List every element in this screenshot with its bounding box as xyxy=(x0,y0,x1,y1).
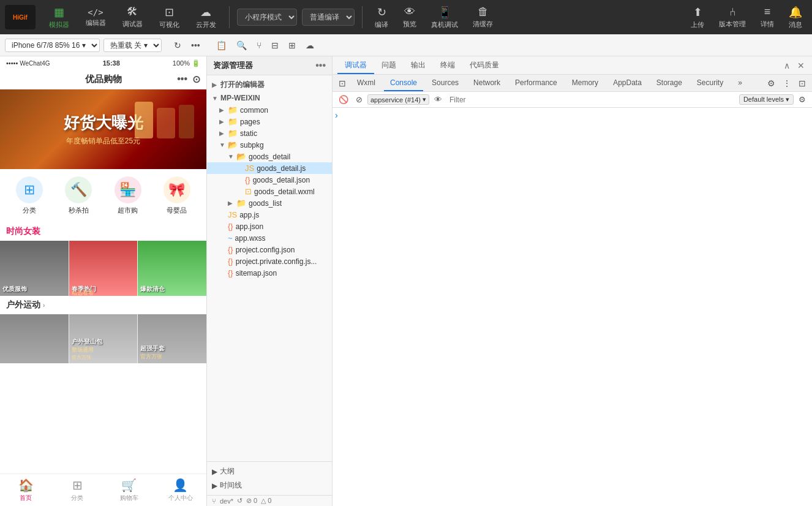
tab-debugger[interactable]: 调试器 xyxy=(337,58,374,74)
compile-button[interactable]: ↻ 编译 xyxy=(370,3,393,32)
file-goods-detail-wxml[interactable]: ⊡ goods_detail.wxml xyxy=(207,186,332,197)
outdoor-item-2[interactable]: 户外登山包 整场通用 官方万张 xyxy=(69,314,138,363)
mode-select[interactable]: 小程序模式 xyxy=(237,9,297,26)
file-project-private[interactable]: {} project.private.config.js... xyxy=(207,255,332,267)
kebab-menu-icon[interactable]: ⋮ xyxy=(780,78,794,88)
file-app-json[interactable]: {} app.json xyxy=(207,221,332,232)
clear-console-icon[interactable]: 🚫 xyxy=(336,94,351,105)
file-project-config[interactable]: {} project.config.json xyxy=(207,244,332,255)
eye-icon[interactable]: 👁 xyxy=(432,94,445,105)
console-prompt[interactable]: › xyxy=(335,110,338,120)
upload-button[interactable]: ⬆ 上传 xyxy=(686,3,709,32)
phone-icon-baby[interactable]: 🎀 母婴品 xyxy=(152,176,201,215)
compile-select[interactable]: 普通编译 xyxy=(302,9,355,26)
search-button[interactable]: 🔍 xyxy=(233,39,250,52)
folder-subpkg[interactable]: ▼ 📂 subpkg xyxy=(207,139,332,151)
nav-cart[interactable]: 🛒 购物车 xyxy=(103,478,155,502)
phone-icon-flash[interactable]: 🔨 秒杀拍 xyxy=(54,176,103,215)
debugger-button[interactable]: 🛠 调试器 xyxy=(116,3,148,31)
folder-pages[interactable]: ▶ 📁 pages xyxy=(207,116,332,127)
app-json-icon: {} xyxy=(228,222,233,231)
split-button[interactable]: ⊟ xyxy=(268,39,282,52)
folder-static[interactable]: ▶ 📁 static xyxy=(207,127,332,139)
nav-home[interactable]: 🏠 首页 xyxy=(0,478,51,502)
timeline-btn[interactable]: ▶ 时间线 xyxy=(212,478,327,493)
file-app-wxss[interactable]: ~ app.wxss xyxy=(207,232,332,244)
undock-icon[interactable]: ⊡ xyxy=(796,78,808,88)
refresh-button[interactable]: ↻ xyxy=(170,39,185,52)
editor-button[interactable]: </> 编辑器 xyxy=(80,5,111,30)
file-sitemap[interactable]: {} sitemap.json xyxy=(207,267,332,279)
version-button[interactable]: ⑃ 版本管理 xyxy=(714,3,751,31)
level-selector[interactable]: Default levels ▾ xyxy=(739,94,794,105)
home-icon[interactable]: ⊙ xyxy=(192,74,200,85)
file-tree-more-icon[interactable]: ••• xyxy=(315,60,326,71)
chevron-up-icon[interactable]: ∧ xyxy=(781,59,792,72)
tab-code-quality[interactable]: 代码质量 xyxy=(462,58,506,74)
fashion-item-3[interactable]: 爆款清仓 xyxy=(138,241,206,296)
phone-icon-market[interactable]: 🏪 超市购 xyxy=(103,176,152,215)
visualize-button[interactable]: ⊡ 可视化 xyxy=(153,3,185,32)
git-button[interactable]: ⑂ xyxy=(253,39,265,52)
subtab-console[interactable]: Console xyxy=(384,75,423,91)
terminal-tab-label: 终端 xyxy=(440,61,455,69)
storage-subtab-label: Storage xyxy=(656,78,682,87)
subtab-storage[interactable]: Storage xyxy=(650,75,688,91)
devtools-panel: 调试器 问题 输出 终端 代码质量 ∧ ✕ ⊡ Wxml xyxy=(333,56,812,506)
subtab-sources[interactable]: Sources xyxy=(426,75,465,91)
product-2 xyxy=(157,108,175,138)
phone-icon-category[interactable]: ⊞ 分类 xyxy=(5,176,54,215)
nav-category[interactable]: ⊞ 分类 xyxy=(51,478,103,502)
more-options-button[interactable]: ••• xyxy=(187,39,204,52)
file-goods-detail-json[interactable]: {} goods_detail.json xyxy=(207,174,332,186)
filter-input[interactable] xyxy=(447,94,737,105)
hot-reload-select[interactable]: 热重载 关 ▾ xyxy=(103,39,162,52)
stop-icon[interactable]: ⊘ xyxy=(353,94,365,105)
files-button[interactable]: 📋 xyxy=(212,39,230,52)
category-icon: ⊞ xyxy=(24,182,35,198)
folder-goods-list[interactable]: ▶ 📁 goods_list xyxy=(207,197,332,209)
close-devtools-icon[interactable]: ✕ xyxy=(795,59,807,72)
subtab-wxml[interactable]: Wxml xyxy=(351,75,382,91)
detail-button[interactable]: ≡ 详情 xyxy=(756,3,779,31)
outline-label: 大纲 xyxy=(220,466,235,477)
subtab-more[interactable]: » xyxy=(732,75,748,91)
tab-issues[interactable]: 问题 xyxy=(374,58,404,74)
settings-icon[interactable]: ⚙ xyxy=(765,78,778,88)
subtab-security[interactable]: Security xyxy=(691,75,729,91)
file-app-js[interactable]: JS app.js xyxy=(207,209,332,221)
tab-output[interactable]: 输出 xyxy=(404,58,433,74)
fashion-item-2[interactable]: 春季热门 精选看看 xyxy=(69,241,138,296)
mp-weixin-header[interactable]: ▼ MP-WEIXIN xyxy=(207,92,332,104)
context-selector[interactable]: appservice (#14) ▾ xyxy=(367,94,429,105)
subtab-memory[interactable]: Memory xyxy=(566,75,604,91)
notification-button[interactable]: 🔔 消息 xyxy=(784,3,807,32)
file-goods-detail-js[interactable]: JS goods_detail.js xyxy=(207,162,332,174)
subtab-performance[interactable]: Performance xyxy=(509,75,563,91)
share-icon[interactable]: ••• xyxy=(177,74,187,85)
outline-btn[interactable]: ▶ 大纲 xyxy=(212,464,327,478)
device-select[interactable]: iPhone 6/7/8 85% 16 ▾ xyxy=(5,39,100,52)
settings-console-icon[interactable]: ⚙ xyxy=(796,94,808,105)
subtab-appdata[interactable]: AppData xyxy=(607,75,648,91)
fashion-item-1[interactable]: 优质服饰 xyxy=(0,241,69,296)
folder-common[interactable]: ▶ 📁 common xyxy=(207,104,332,116)
preview-button[interactable]: 👁 预览 xyxy=(398,3,421,31)
folder-goods-detail[interactable]: ▼ 📂 goods_detail xyxy=(207,151,332,162)
outdoor-item-3[interactable]: 超强手套 官方万张 xyxy=(138,314,206,363)
bottom-status: ⑂ dev* ↺ ⊘ 0 △ 0 xyxy=(207,495,332,506)
real-debug-button[interactable]: 📱 真机调试 xyxy=(426,3,463,32)
outdoor-grid: 户外登山包 整场通用 官方万张 超强手套 官方万张 xyxy=(0,314,206,363)
simulator-button[interactable]: ▦ 模拟器 xyxy=(43,3,75,32)
layout-button[interactable]: ⊞ xyxy=(285,39,299,52)
nav-profile[interactable]: 👤 个人中心 xyxy=(155,478,206,502)
cloud-upload-button[interactable]: ☁ xyxy=(302,39,318,52)
tab-terminal[interactable]: 终端 xyxy=(433,58,462,74)
open-editors-header[interactable]: ▶ 打开的编辑器 xyxy=(207,78,332,92)
wxml-inspect-icon[interactable]: ⊡ xyxy=(336,78,348,88)
clear-cache-button[interactable]: 🗑 清缓存 xyxy=(468,3,498,31)
subtab-network[interactable]: Network xyxy=(467,75,506,91)
outdoor-item-1[interactable] xyxy=(0,314,69,363)
cloud-button[interactable]: ☁ 云开发 xyxy=(190,3,222,32)
warning-count: △ 0 xyxy=(261,497,271,505)
